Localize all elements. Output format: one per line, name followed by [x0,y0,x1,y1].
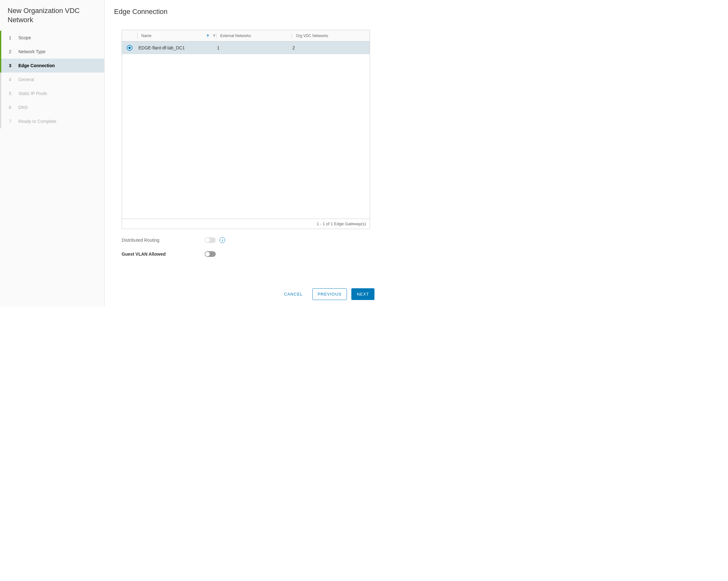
col-org-header[interactable]: Org VDC Networks [292,33,370,38]
guest-vlan-label: Guest VLAN Allowed [122,252,205,257]
step-label: Edge Connection [18,63,55,68]
wizard-footer: CANCEL PREVIOUS NEXT [114,279,374,300]
page-title: Edge Connection [114,8,374,16]
step-label: Ready to Complete [18,119,56,124]
wizard-title: New Organization VDC Network [0,6,104,31]
step-number: 6 [9,105,15,110]
table-body: EDGE-flant-df-lab_DC1 1 2 [122,42,370,218]
step-number: 2 [9,49,15,54]
cancel-button[interactable]: CANCEL [279,288,308,300]
step-number: 5 [9,91,15,96]
table-row[interactable]: EDGE-flant-df-lab_DC1 1 2 [122,42,370,54]
step-ready-to-complete: 7 Ready to Complete [0,114,104,128]
guest-vlan-row: Guest VLAN Allowed [122,251,374,257]
distributed-routing-row: Distributed Routing i [122,237,374,243]
col-external-header[interactable]: External Networks [216,33,292,38]
row-radio[interactable] [127,45,132,51]
content-area: Name External Networks Org V [114,30,374,279]
step-number: 1 [9,35,15,40]
wizard-dialog: New Organization VDC Network 1 Scope 2 N… [0,0,384,306]
step-label: Network Type [18,49,45,54]
step-label: Static IP Pools [18,91,47,96]
step-label: Scope [18,35,31,40]
step-dns: 6 DNS [0,100,104,114]
wizard-main: Edge Connection Name [105,0,384,306]
step-edge-connection[interactable]: 3 Edge Connection [0,59,104,73]
step-number: 3 [9,63,15,68]
step-general: 4 General [0,73,104,86]
step-number: 4 [9,77,15,82]
table-header: Name External Networks Org V [122,30,370,42]
previous-button[interactable]: PREVIOUS [312,288,347,300]
edge-gateway-table: Name External Networks Org V [122,30,370,229]
guest-vlan-toggle[interactable] [205,251,216,257]
wizard-steps: 1 Scope 2 Network Type 3 Edge Connection… [0,31,104,128]
step-scope[interactable]: 1 Scope [0,31,104,45]
col-external-label: External Networks [219,33,252,38]
cell-external: 1 [216,45,291,50]
next-button[interactable]: NEXT [351,288,374,300]
filter-icon[interactable] [212,34,216,38]
sort-asc-icon[interactable] [206,34,210,38]
col-org-label: Org VDC Networks [295,33,330,38]
col-name-label: Name [140,33,153,38]
step-label: General [18,77,34,82]
step-network-type[interactable]: 2 Network Type [0,45,104,59]
step-number: 7 [9,119,15,124]
info-icon[interactable]: i [219,237,225,243]
distributed-routing-toggle [205,237,216,243]
step-static-ip-pools: 5 Static IP Pools [0,86,104,100]
cell-name: EDGE-flant-df-lab_DC1 [137,45,216,50]
table-footer: 1 - 1 of 1 Edge Gateway(s) [122,218,370,229]
cell-org: 2 [291,45,370,50]
wizard-sidebar: New Organization VDC Network 1 Scope 2 N… [0,0,105,306]
distributed-routing-label: Distributed Routing [122,238,205,243]
step-label: DNS [18,105,28,110]
col-name-header[interactable]: Name [137,33,216,38]
